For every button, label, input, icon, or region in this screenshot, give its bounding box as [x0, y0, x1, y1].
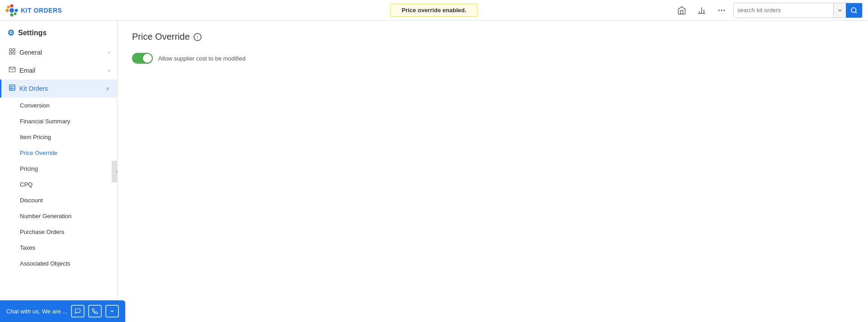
- chevron-down-icon-kit: ∨: [106, 85, 110, 92]
- logo[interactable]: KIT ORDERS: [5, 4, 62, 17]
- sidebar-sub-item-item-pricing[interactable]: Item Pricing: [0, 129, 117, 145]
- table-icon: [9, 84, 16, 93]
- search-area: [733, 3, 863, 18]
- sidebar-sub-item-associated-objects[interactable]: Associated Objects: [0, 256, 117, 271]
- home-icon: [677, 6, 686, 15]
- svg-point-13: [723, 9, 725, 11]
- svg-point-0: [9, 8, 14, 13]
- sidebar-sub-item-number-generation[interactable]: Number Generation: [0, 208, 117, 224]
- chevron-right-icon: ›: [108, 49, 110, 56]
- search-icon: [850, 7, 858, 14]
- svg-point-3: [6, 9, 9, 12]
- svg-point-12: [721, 9, 722, 11]
- sidebar-item-email[interactable]: Email ›: [0, 61, 117, 79]
- top-nav: KIT ORDERS Price override enabled.: [0, 0, 868, 21]
- sidebar-sub-item-purchase-orders[interactable]: Purchase Orders: [0, 224, 117, 240]
- svg-line-15: [855, 12, 857, 13]
- sidebar-item-general-label: General: [19, 49, 104, 56]
- grid-icon: [9, 48, 16, 57]
- sidebar-item-general[interactable]: General ›: [0, 43, 117, 61]
- sidebar: ⚙ Settings General › Email ›: [0, 21, 118, 322]
- chevron-right-icon-email: ›: [108, 67, 110, 74]
- toggle-label: Allow supplier cost to be modified: [158, 55, 245, 62]
- settings-header: ⚙ Settings: [0, 21, 117, 43]
- sidebar-sub-item-taxes[interactable]: Taxes: [0, 240, 117, 256]
- sidebar-sub-item-pricing[interactable]: Pricing: [0, 161, 117, 177]
- phone-icon: [92, 308, 98, 314]
- home-button[interactable]: [674, 2, 690, 19]
- chat-label: Chat with us, We are ...: [6, 308, 67, 315]
- sidebar-sub-item-price-override[interactable]: Price Override: [0, 145, 117, 161]
- sidebar-sub-item-financial-summary[interactable]: Financial Summary: [0, 113, 117, 129]
- svg-point-1: [10, 4, 14, 7]
- svg-point-14: [851, 8, 856, 13]
- svg-point-5: [7, 5, 10, 8]
- phone-button[interactable]: [88, 305, 102, 317]
- page-title: Price Override i: [132, 32, 854, 42]
- svg-point-2: [10, 13, 14, 16]
- sidebar-collapse-button[interactable]: [112, 161, 118, 182]
- sidebar-item-email-label: Email: [19, 67, 104, 74]
- svg-rect-17: [13, 49, 15, 51]
- email-icon: [9, 66, 16, 75]
- sidebar-sub-item-cpq[interactable]: CPQ: [0, 177, 117, 192]
- layout: ⚙ Settings General › Email ›: [0, 21, 868, 322]
- logo-label: KIT ORDERS: [21, 7, 62, 14]
- svg-point-6: [14, 12, 17, 15]
- chevron-left-icon: [115, 169, 118, 174]
- settings-gear-icon: ⚙: [7, 28, 14, 38]
- chat-dropdown-button[interactable]: [105, 305, 119, 317]
- notification-bar: Price override enabled.: [390, 4, 477, 17]
- svg-point-11: [718, 9, 720, 11]
- price-override-toggle[interactable]: [132, 53, 153, 64]
- chart-button[interactable]: [693, 2, 710, 19]
- chat-icon: [75, 308, 81, 314]
- toggle-row: Allow supplier cost to be modified: [132, 53, 854, 64]
- search-dropdown-button[interactable]: [833, 3, 846, 18]
- more-icon: [717, 6, 726, 15]
- search-submit-button[interactable]: [846, 3, 862, 18]
- sidebar-sub-item-discount[interactable]: Discount: [0, 192, 117, 208]
- more-button[interactable]: [713, 2, 730, 19]
- svg-rect-19: [13, 52, 15, 54]
- sidebar-item-kit-orders-label: Kit Orders: [19, 85, 102, 92]
- search-input[interactable]: [734, 3, 833, 18]
- chevron-down-icon: [837, 8, 843, 13]
- chat-widget[interactable]: Chat with us, We are ...: [0, 300, 125, 322]
- settings-label: Settings: [18, 29, 47, 37]
- info-icon[interactable]: i: [193, 33, 202, 41]
- svg-rect-18: [9, 52, 12, 54]
- main-content: Price Override i Allow supplier cost to …: [118, 21, 868, 322]
- logo-icon: [5, 4, 18, 17]
- chevron-down-icon-chat: [109, 308, 115, 314]
- chart-icon: [697, 6, 706, 15]
- sidebar-sub-item-conversion[interactable]: Conversion: [0, 98, 117, 113]
- svg-rect-16: [9, 49, 12, 51]
- sidebar-item-kit-orders[interactable]: Kit Orders ∨: [0, 79, 117, 98]
- svg-rect-21: [9, 85, 15, 90]
- chat-button[interactable]: [71, 305, 85, 317]
- svg-point-4: [15, 9, 18, 12]
